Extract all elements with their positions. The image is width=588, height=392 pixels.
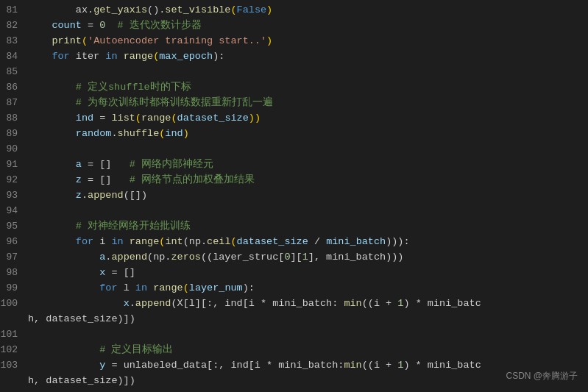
code-line: 85: [0, 65, 588, 80]
code-line: 94: [0, 204, 588, 219]
token: ): [183, 128, 189, 139]
token: # 为每次训练时都将训练数据重新打乱一遍: [76, 97, 273, 108]
token: [28, 267, 99, 278]
code-line: 101: [0, 327, 588, 343]
token: list: [111, 113, 135, 124]
token: [28, 20, 52, 31]
code-line: 91 a = [] # 网络内部神经元: [0, 157, 588, 173]
line-content: ax.get_yaxis().set_visible(False): [28, 3, 588, 18]
token: [111, 174, 129, 185]
line-number: 101: [0, 327, 28, 342]
token: z: [76, 174, 82, 185]
code-line: 84 for iter in range(max_epoch):: [0, 49, 588, 65]
token: [28, 282, 99, 293]
token: get_yaxis: [93, 4, 147, 15]
line-content: x.append(X[l][:, ind[i * mini_batch: min…: [28, 296, 588, 312]
code-line: 95 # 对神经网络开始批训练: [0, 219, 588, 235]
line-content: [28, 327, 588, 343]
token: ceil: [207, 236, 230, 247]
token: .: [82, 190, 88, 201]
line-content: h, dataset_size)]): [28, 312, 588, 327]
line-number: 100: [0, 296, 28, 311]
token: a: [76, 159, 82, 170]
line-number: 97: [0, 250, 28, 265]
token: # 对神经网络开始批训练: [76, 221, 191, 232]
token: [28, 159, 76, 170]
token: shuffle: [118, 128, 160, 139]
code-line: 86 # 定义shuffle时的下标: [0, 80, 588, 96]
token: count: [52, 20, 82, 31]
code-line: 83 print('Autoencoder training start..'): [0, 34, 588, 49]
token: ]): [135, 190, 147, 201]
token: max_epoch: [159, 51, 213, 62]
token: mini_batch: [326, 236, 386, 247]
code-line: 93 z.append([]): [0, 188, 588, 204]
token: h, dataset_size)]): [28, 375, 135, 386]
token: [118, 51, 124, 62]
token: =: [93, 113, 111, 124]
line-content: for iter in range(max_epoch):: [28, 49, 588, 65]
code-line: 92 z = [] # 网络节点的加权叠加结果: [0, 173, 588, 188]
line-content: [28, 65, 588, 80]
token: ) * mini_batc: [403, 298, 481, 309]
token: [28, 360, 99, 371]
line-content: ind = list(range(dataset_size)): [28, 111, 588, 126]
token: [28, 298, 124, 309]
line-number: 103: [0, 358, 28, 373]
line-content: [28, 389, 588, 392]
line-number: 92: [0, 173, 28, 188]
token: [28, 35, 52, 46]
token: range: [153, 282, 183, 293]
token: range: [130, 236, 160, 247]
code-line: 88 ind = list(range(dataset_size)): [0, 111, 588, 126]
line-content: for i in range(int(np.ceil(dataset_size …: [28, 235, 588, 250]
token: [28, 236, 76, 247]
token: [28, 128, 76, 139]
token: [28, 252, 99, 263]
token: ): [266, 4, 272, 15]
token: ((i +: [362, 298, 398, 309]
token: for: [52, 51, 69, 62]
token: ) * mini_batc: [403, 360, 481, 371]
line-content: count = 0 # 迭代次数计步器: [28, 18, 588, 34]
code-line: 102 # 定义目标输出: [0, 343, 588, 358]
token: 1: [302, 252, 308, 263]
line-number: 87: [0, 96, 28, 110]
line-number: 96: [0, 235, 28, 249]
watermark-text: CSDN @奔腾游子: [506, 369, 578, 383]
code-line: 98 x = []: [0, 266, 588, 281]
token: (: [171, 113, 177, 124]
token: ):: [243, 282, 255, 293]
token: l: [118, 282, 135, 293]
token: ], mini_batch))): [308, 252, 404, 263]
token: iter: [70, 51, 106, 62]
token: 0: [284, 252, 290, 263]
token: (np.: [183, 236, 207, 247]
token: False: [237, 4, 267, 15]
code-line: h, dataset_size)]): [0, 374, 588, 389]
code-line: 82 count = 0 # 迭代次数计步器: [0, 18, 588, 34]
token: ().: [147, 4, 165, 15]
token: ind: [165, 128, 183, 139]
code-line: 104: [0, 389, 588, 392]
token: (np.: [147, 252, 171, 263]
line-number: 85: [0, 65, 28, 79]
token: (: [82, 35, 88, 46]
token: []: [99, 159, 111, 170]
line-content: print('Autoencoder training start..'): [28, 34, 588, 49]
token: zeros: [171, 252, 201, 263]
token: 'Autoencoder training start..': [88, 35, 266, 46]
token: min: [344, 298, 361, 309]
token: print: [52, 35, 82, 46]
token: append: [111, 252, 147, 263]
code-line: 99 for l in range(layer_num):: [0, 281, 588, 296]
token: (: [231, 236, 237, 247]
token: # 定义目标输出: [99, 344, 173, 355]
token: = []: [105, 267, 135, 278]
line-content: h, dataset_size)]): [28, 374, 588, 389]
token: for: [99, 282, 117, 293]
line-content: z.append([]): [28, 188, 588, 204]
line-number: 88: [0, 111, 28, 126]
line-number: 81: [0, 3, 28, 18]
token: # 网络内部神经元: [130, 159, 213, 170]
